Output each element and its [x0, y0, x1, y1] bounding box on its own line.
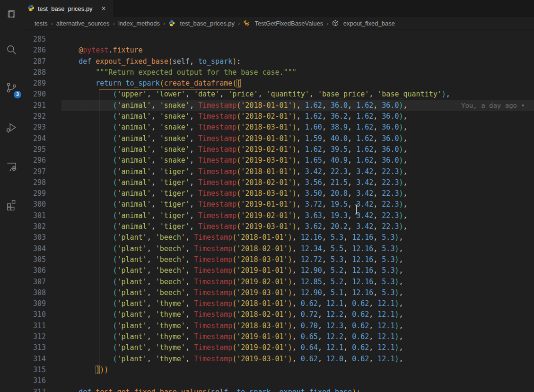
extensions-icon[interactable] — [0, 193, 23, 216]
code-line-287[interactable]: 287 def expout_fixed_base(self, to_spark… — [23, 56, 534, 67]
line-number[interactable]: 289 — [23, 78, 61, 89]
code-line-306[interactable]: 306 ('plant', 'beech', Timestamp('2019-0… — [23, 265, 534, 276]
breadcrumb-label: TestGetFixedBaseValues — [254, 20, 323, 27]
breadcrumb-item-testgetfixedbasevalues[interactable]: TestGetFixedBaseValues — [243, 20, 323, 27]
line-number[interactable]: 317 — [23, 387, 61, 392]
token: 'plant' — [117, 355, 147, 363]
code-line-313[interactable]: 313 ('plant', 'thyme', Timestamp('2019-0… — [23, 342, 534, 353]
line-number[interactable]: 286 — [23, 45, 61, 56]
line-number[interactable]: 305 — [23, 254, 61, 265]
token: , — [369, 355, 377, 363]
tab-test-base-prices[interactable]: test_base_prices.py ✕ — [23, 0, 113, 17]
line-number[interactable]: 304 — [23, 244, 61, 254]
breadcrumb-item-test-base-prices-py[interactable]: test_base_prices.py — [168, 20, 235, 27]
code-line-299[interactable]: 299 ('animal', 'tiger', Timestamp('2018-… — [23, 188, 534, 199]
code-line-290[interactable]: 290 ('upper', 'lower', 'date', 'price', … — [23, 89, 534, 100]
line-number[interactable]: 303 — [23, 232, 61, 243]
line-number[interactable]: 295 — [23, 144, 61, 155]
breadcrumb-item-tests[interactable]: tests — [35, 20, 47, 27]
code-line-295[interactable]: 295 ('animal', 'snake', Timestamp('2019-… — [23, 144, 534, 155]
code-line-294[interactable]: 294 ('animal', 'snake', Timestamp('2019-… — [23, 133, 534, 144]
breadcrumb: tests›alternative_sources›index_methods›… — [23, 17, 534, 30]
code-line-316[interactable]: 316 — [23, 375, 534, 386]
remote-explorer-icon[interactable] — [0, 155, 23, 178]
search-icon[interactable] — [0, 38, 23, 61]
line-number[interactable]: 314 — [23, 354, 61, 365]
line-number[interactable]: 294 — [23, 133, 61, 144]
token: ( — [236, 145, 241, 154]
line-number[interactable]: 301 — [23, 210, 61, 221]
token: ) — [399, 112, 403, 121]
code-line-293[interactable]: 293 ('animal', 'snake', Timestamp('2018-… — [23, 122, 534, 133]
line-number[interactable]: 299 — [23, 188, 61, 199]
token: , — [373, 134, 382, 143]
code-line-297[interactable]: 297 ('animal', 'tiger', Timestamp('2018-… — [23, 166, 534, 177]
line-number[interactable]: 288 — [23, 67, 61, 78]
breadcrumb-label: index_methods — [118, 20, 160, 27]
line-number[interactable]: 307 — [23, 277, 61, 287]
code-line-315[interactable]: 315 ])) — [23, 365, 534, 375]
code-content: ('plant', 'thyme', Timestamp('2019-01-01… — [61, 331, 534, 342]
source-control-icon[interactable]: 3 — [0, 76, 23, 99]
code-line-298[interactable]: 298 ('animal', 'tiger', Timestamp('2018-… — [23, 177, 534, 188]
code-line-285[interactable]: 285 — [23, 34, 534, 45]
line-number[interactable]: 287 — [23, 56, 61, 67]
line-number[interactable]: 291 — [23, 100, 61, 111]
code-line-317[interactable]: 317 def test_get_fixed_base_values(self,… — [23, 387, 534, 392]
code-line-312[interactable]: 312 ('plant', 'thyme', Timestamp('2019-0… — [23, 331, 534, 342]
code-line-305[interactable]: 305 ('plant', 'beech', Timestamp('2018-0… — [23, 254, 534, 265]
token: , — [343, 299, 352, 308]
code-line-303[interactable]: 303 ('plant', 'beech', Timestamp('2018-0… — [23, 232, 534, 243]
code-content: return to_spark(create_dataframe([ — [61, 78, 534, 89]
code-line-310[interactable]: 310 ('plant', 'thyme', Timestamp('2018-0… — [23, 309, 534, 320]
line-number[interactable]: 300 — [23, 199, 61, 210]
line-number[interactable]: 297 — [23, 166, 61, 177]
code-line-309[interactable]: 309 ('plant', 'thyme', Timestamp('2018-0… — [23, 298, 534, 309]
line-number[interactable]: 296 — [23, 155, 61, 166]
code-line-286[interactable]: 286 @pytest.fixture — [23, 45, 534, 56]
code-line-307[interactable]: 307 ('plant', 'beech', Timestamp('2019-0… — [23, 277, 534, 287]
tab-close-icon[interactable]: ✕ — [100, 5, 107, 12]
code-line-302[interactable]: 302 ('animal', 'tiger', Timestamp('2019-… — [23, 221, 534, 232]
code-line-300[interactable]: 300 ('animal', 'tiger', Timestamp('2019-… — [23, 199, 534, 210]
token: 5.3 — [382, 255, 394, 264]
line-number[interactable]: 290 — [23, 89, 61, 100]
line-number[interactable]: 309 — [23, 298, 61, 309]
line-number[interactable]: 293 — [23, 122, 61, 133]
line-number[interactable]: 308 — [23, 287, 61, 298]
code-line-296[interactable]: 296 ('animal', 'snake', Timestamp('2019-… — [23, 155, 534, 166]
line-number[interactable]: 298 — [23, 177, 61, 188]
line-number[interactable]: 310 — [23, 309, 61, 320]
breadcrumb-item-expout-fixed-base[interactable]: expout_fixed_base — [332, 20, 395, 27]
explorer-icon[interactable] — [0, 2, 23, 25]
breadcrumb-item-index-methods[interactable]: index_methods — [118, 20, 160, 27]
code-line-291[interactable]: 291 ('animal', 'snake', Timestamp('2018-… — [23, 100, 534, 111]
code-line-314[interactable]: 314 ('plant', 'thyme', Timestamp('2019-0… — [23, 354, 534, 365]
code-line-311[interactable]: 311 ('plant', 'thyme', Timestamp('2018-0… — [23, 321, 534, 331]
line-number[interactable]: 315 — [23, 365, 61, 375]
code-line-301[interactable]: 301 ('animal', 'tiger', Timestamp('2019-… — [23, 210, 534, 221]
line-number[interactable]: 306 — [23, 265, 61, 276]
code-line-289[interactable]: 289 return to_spark(create_dataframe([ — [23, 78, 534, 89]
token: 'plant' — [117, 255, 147, 264]
line-number[interactable]: 312 — [23, 331, 61, 342]
code-line-308[interactable]: 308 ('plant', 'beech', Timestamp('2019-0… — [23, 287, 534, 298]
breadcrumb-item-alternative-sources[interactable]: alternative_sources — [56, 20, 110, 27]
code-line-304[interactable]: 304 ('plant', 'beech', Timestamp('2018-0… — [23, 244, 534, 254]
code-line-292[interactable]: 292 ('animal', 'snake', Timestamp('2018-… — [23, 111, 534, 122]
token: 'thyme' — [156, 299, 185, 308]
run-debug-icon[interactable] — [0, 116, 23, 139]
token: ) — [292, 200, 297, 209]
code-line-288[interactable]: 288 """Return expected output for the ba… — [23, 67, 534, 78]
token: [ — [236, 79, 241, 87]
token: , — [369, 90, 377, 98]
line-number[interactable]: 292 — [23, 111, 61, 122]
token: , — [147, 288, 156, 297]
line-number[interactable]: 285 — [23, 34, 61, 45]
token: 'thyme' — [156, 332, 185, 341]
line-number[interactable]: 316 — [23, 375, 61, 386]
line-number[interactable]: 311 — [23, 321, 61, 331]
code-content: def expout_fixed_base(self, to_spark): — [61, 56, 534, 67]
line-number[interactable]: 302 — [23, 221, 61, 232]
line-number[interactable]: 313 — [23, 342, 61, 353]
